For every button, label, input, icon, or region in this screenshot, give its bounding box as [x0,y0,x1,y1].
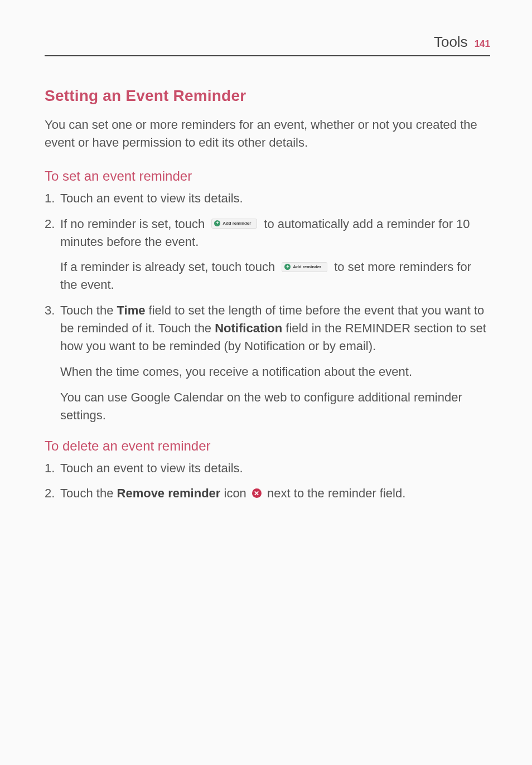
plus-icon: + [214,220,220,226]
badge-label: Add reminder [223,220,251,227]
section-heading: Setting an Event Reminder [45,87,490,105]
delete-reminder-list: Touch an event to view its details. Touc… [45,459,490,503]
list-text: next to the reminder field. [264,486,405,500]
list-subtext: You can use Google Calendar on the web t… [60,389,490,424]
list-item: Touch the Time field to set the length o… [45,302,490,424]
bold-remove-reminder: Remove reminder [117,486,221,500]
plus-icon: + [284,264,291,270]
list-text: If a reminder is already set, touch touc… [60,260,278,274]
remove-icon: ✕ [252,488,262,498]
header-section-title: Tools [434,33,468,51]
list-item: Touch an event to view its details. [45,190,490,207]
list-text: Touch the [60,303,117,317]
subheading-set-reminder: To set an event reminder [45,168,490,184]
list-item: Touch the Remove reminder icon ✕ next to… [45,485,490,502]
subheading-delete-reminder: To delete an event reminder [45,438,490,454]
section-intro: You can set one or more reminders for an… [45,116,490,152]
page-header: Tools 141 [45,33,490,56]
set-reminder-list: Touch an event to view its details. If n… [45,190,490,424]
badge-label: Add reminder [293,264,321,270]
list-text: Touch an event to view its details. [60,191,243,205]
list-subtext: If a reminder is already set, touch touc… [60,258,490,294]
bold-time: Time [117,303,146,317]
list-item: Touch an event to view its details. [45,459,490,477]
list-text: If no reminder is set, touch [60,217,208,231]
list-subtext: When the time comes, you receive a notif… [60,363,490,381]
add-reminder-badge: +Add reminder [282,262,327,272]
list-text: icon [220,486,250,500]
list-text: Touch an event to view its details. [60,461,243,475]
header-page-number: 141 [475,38,490,50]
list-item: If no reminder is set, touch +Add remind… [45,215,490,294]
list-text: Touch the [60,486,117,500]
bold-notification: Notification [215,321,282,335]
add-reminder-badge: +Add reminder [211,219,257,229]
